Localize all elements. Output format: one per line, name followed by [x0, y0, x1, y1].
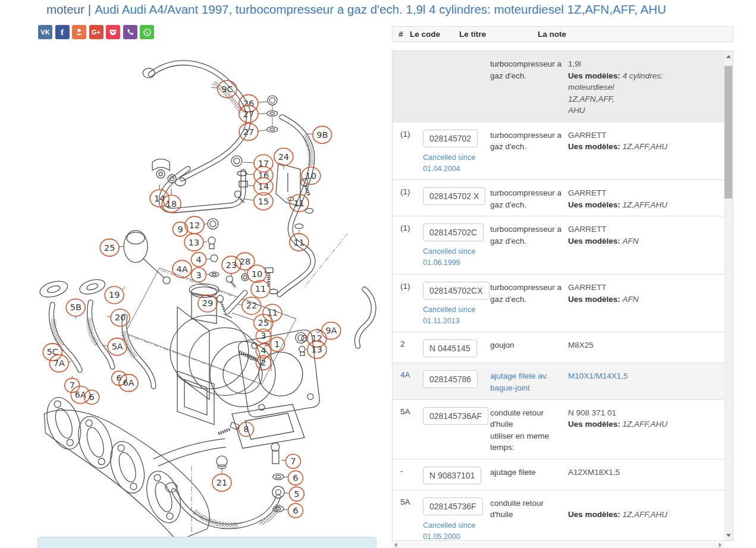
part-note-value — [568, 497, 719, 509]
svg-text:13: 13 — [189, 238, 199, 247]
arrow-left-icon — [394, 543, 397, 547]
row-number: (1) — [393, 187, 423, 210]
scroll-up-button[interactable] — [724, 51, 733, 61]
part-title: ajutage filete av. bague-joint — [490, 370, 568, 393]
callout-4[interactable]: 4 — [192, 253, 210, 267]
cancelled-since-link[interactable]: Cancelled since 01.05.2000 — [423, 520, 490, 541]
svg-text:1: 1 — [274, 339, 280, 349]
cancelled-since-link[interactable]: Cancelled since 01.11.2013 — [423, 304, 490, 327]
callout-10[interactable]: 10 — [247, 265, 266, 282]
svg-text:11: 11 — [294, 238, 305, 247]
row-code-cell: N 90837101 — [423, 467, 490, 484]
cancelled-since-link[interactable]: Cancelled since 01.04.2004 — [423, 152, 490, 175]
scroll-left-button[interactable] — [392, 542, 399, 548]
social-vk-icon[interactable]: VK — [38, 25, 52, 39]
part-note: GARRETT Ues modèles: 1Z,AFF,AHU — [568, 130, 724, 175]
callout-4A[interactable]: 4A — [172, 260, 192, 278]
horizontal-scrollbar[interactable] — [392, 542, 724, 548]
part-code-box: 028145736AF — [423, 407, 488, 425]
social-pocket-icon[interactable] — [106, 25, 120, 39]
column-header-number: # — [399, 30, 403, 39]
callout-6A[interactable]: 6A — [119, 374, 138, 392]
part-note-models: Ues modèles: 1Z,AFF,AHU — [568, 199, 719, 211]
callout-5[interactable]: 5 — [284, 487, 304, 501]
scroll-down-button[interactable] — [724, 530, 733, 540]
callout-24[interactable]: 24 — [274, 148, 293, 169]
callout-25[interactable]: 25 — [100, 239, 124, 256]
callout-15[interactable]: 15 — [244, 193, 273, 210]
part-note: A12XM18X1,5 — [568, 467, 724, 484]
callout-21[interactable]: 21 — [212, 468, 231, 491]
vertical-scrollbar[interactable] — [724, 51, 733, 540]
svg-text:6: 6 — [293, 506, 298, 515]
row-number: 5A — [393, 497, 423, 541]
row-number: (1) — [393, 130, 423, 175]
row-number: 2 — [393, 339, 423, 357]
parts-diagram: 9C2627279B24171614151011111418912132544A… — [36, 51, 387, 548]
svg-text:9B: 9B — [316, 130, 328, 140]
svg-text:9C: 9C — [221, 84, 233, 94]
social-odnoklassniki-icon[interactable] — [72, 25, 86, 39]
column-header-title: Le titre — [459, 30, 486, 39]
callout-6A[interactable]: 6A — [71, 386, 90, 404]
social-facebook-icon[interactable]: f — [55, 25, 70, 39]
row-code-cell: 028145786 — [423, 370, 490, 393]
part-note-value: M10X1/M14X1,5 — [568, 370, 719, 382]
part-note: GARRETT Ues modèles: AFN — [568, 282, 724, 327]
callout-6[interactable]: 6 — [284, 503, 303, 518]
callout-23[interactable]: 23 — [222, 256, 241, 276]
part-code-box: 028145702CX — [423, 282, 490, 300]
part-note: Ues modèles: 1Z,AFF,AHU — [568, 497, 724, 541]
part-code-box: 028145786 — [423, 370, 478, 388]
callout-19[interactable]: 19 — [105, 286, 125, 304]
table-row[interactable]: 5A 028145736F Cancelled since 01.05.2000… — [393, 490, 724, 541]
callout-7[interactable]: 7 — [281, 454, 300, 468]
social-viber-icon[interactable] — [123, 25, 137, 39]
column-header-note: La note — [538, 30, 566, 39]
callout-14[interactable]: 14 — [247, 178, 273, 195]
part-code-box: 028145702 X — [423, 187, 485, 205]
row-number: 4A — [393, 370, 423, 393]
table-row[interactable]: turbocompresseur a gaz d'ech. 1,9l Ues m… — [393, 51, 724, 122]
table-row[interactable]: 2 N 0445145 goujon M8X25 — [393, 332, 724, 363]
social-google-plus-icon[interactable]: G+ — [89, 25, 103, 39]
callout-5B[interactable]: 5B — [66, 299, 85, 319]
svg-text:7A: 7A — [54, 358, 65, 368]
table-row[interactable]: (1) 028145702 Cancelled since 01.04.2004… — [393, 122, 724, 181]
table-row[interactable]: (1) 028145702C Cancelled since 01.06.199… — [393, 216, 724, 275]
social-whatsapp-icon[interactable] — [140, 25, 154, 39]
callout-3[interactable]: 3 — [192, 268, 209, 282]
svg-text:5B: 5B — [70, 303, 81, 312]
table-row[interactable]: (1) 028145702CX Cancelled since 01.11.20… — [393, 275, 724, 333]
arrow-up-icon — [726, 55, 731, 58]
breadcrumb-category-link[interactable]: moteur — [46, 2, 84, 16]
callout-13[interactable]: 13 — [184, 234, 207, 251]
table-row[interactable]: 5A 028145736AF conduite retour d'huile u… — [393, 400, 724, 459]
table-row[interactable]: - N 90837101 ajutage filete A12XM18X1,5 — [393, 459, 724, 490]
table-row[interactable]: 4A 028145786 ajutage filete av. bague-jo… — [393, 363, 724, 399]
callout-13[interactable]: 13 — [306, 341, 327, 358]
row-number: 5A — [393, 407, 423, 453]
part-title: turbocompresseur a gaz d'ech. — [490, 282, 568, 327]
callout-11[interactable]: 11 — [251, 281, 270, 298]
callout-6[interactable]: 6 — [284, 471, 303, 485]
row-code-cell: 028145702 X — [423, 187, 490, 210]
part-note-value: N 908 371 01 — [568, 407, 719, 419]
part-note-value: GARRETT — [568, 187, 719, 199]
svg-text:11: 11 — [255, 285, 266, 294]
part-note: M10X1/M14X1,5 — [568, 370, 724, 393]
row-code-cell: 028145736AF — [423, 407, 490, 453]
callout-17[interactable]: 17 — [243, 155, 273, 172]
callout-6[interactable]: 6 — [84, 390, 99, 404]
callout-12[interactable]: 12 — [185, 216, 207, 234]
scroll-right-button[interactable] — [717, 542, 724, 548]
svg-text:6A: 6A — [123, 378, 134, 388]
svg-text:22: 22 — [246, 301, 257, 310]
part-title: turbocompresseur a gaz d'ech. — [490, 130, 568, 175]
table-row[interactable]: (1) 028145702 X turbocompresseur a gaz d… — [393, 180, 724, 216]
part-title: conduite retour d'huile — [490, 497, 568, 541]
cancelled-since-link[interactable]: Cancelled since 01.06.1999 — [423, 246, 490, 269]
svg-text:7: 7 — [290, 456, 296, 466]
vertical-scrollbar-thumb[interactable] — [724, 66, 732, 199]
svg-text:9A: 9A — [325, 326, 337, 335]
